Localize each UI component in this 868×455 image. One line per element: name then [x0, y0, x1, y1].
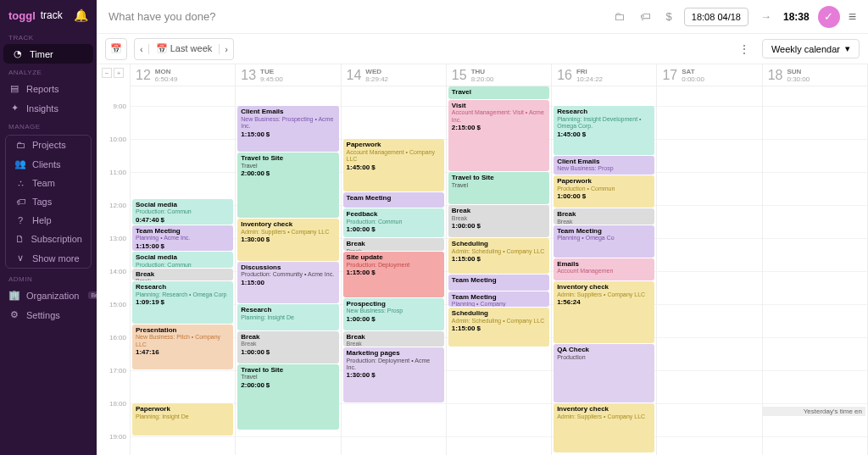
- calendar-event[interactable]: Marketing pagesProduction: Deployment • …: [343, 347, 444, 402]
- calendar-event[interactable]: Travel to SiteTravel: [448, 172, 549, 204]
- calendar-event[interactable]: Team Meeting: [343, 192, 444, 208]
- calendar-event[interactable]: ResearchPlanning: Insight De: [237, 304, 338, 330]
- nav-item-reports[interactable]: ▤Reports: [0, 79, 97, 98]
- event-title: Discussions: [241, 264, 335, 272]
- calendar-event[interactable]: BreakBreak: [132, 269, 233, 281]
- nav-item-projects[interactable]: 🗀Projects: [6, 136, 91, 154]
- section-header: ADMIN: [0, 270, 97, 286]
- calendar-event[interactable]: SchedulingAdmin: Scheduling • Company LL…: [448, 308, 549, 347]
- nav-item-tags[interactable]: 🏷Tags: [6, 192, 91, 211]
- calendar-event[interactable]: PaperworkPlanning: Insight De: [132, 403, 233, 436]
- calendar-event[interactable]: BreakBreak1:00:00 $: [448, 205, 549, 237]
- day-total: 0:00:00: [682, 75, 704, 83]
- nav-icon: 🏷: [14, 197, 26, 207]
- calendar-event[interactable]: Team MeetingPlanning • Acme Inc.1:15:00 …: [132, 225, 233, 251]
- calendar-event[interactable]: BreakBreak1:00:00 $: [237, 331, 338, 363]
- event-title: Team Meeting: [452, 276, 546, 285]
- bell-icon[interactable]: 🔔: [74, 8, 88, 22]
- nav-item-show-more[interactable]: ∨Show more: [6, 248, 91, 268]
- nav-item-timer[interactable]: ◔Timer: [3, 44, 93, 64]
- calendar-event[interactable]: Site updateProduction: Deployment1:15:00…: [343, 252, 444, 297]
- calendar-event[interactable]: Travel to SiteTravel2:00:00 $: [237, 153, 338, 218]
- calendar-event[interactable]: PaperworkProduction • Commun1:00:00 $: [554, 175, 654, 208]
- billable-icon[interactable]: $: [663, 10, 676, 23]
- calendar-event[interactable]: ResearchPlanning: Insight Development • …: [554, 106, 654, 155]
- day-header: 15THU8:20:00: [447, 64, 552, 86]
- event-project: Admin: Suppliers • Company LLC: [557, 291, 651, 298]
- nav-item-clients[interactable]: 👥Clients: [6, 154, 91, 174]
- calendar-event[interactable]: DiscussionsProduction: Community • Acme …: [237, 262, 338, 304]
- nav-item-settings[interactable]: ⚙Settings: [0, 305, 97, 325]
- hour-mark: 13:00: [109, 235, 126, 242]
- nav-icon: ⚙: [8, 309, 20, 320]
- calendar-event[interactable]: Social mediaProduction: Commun0:47:40 $: [132, 199, 233, 225]
- calendar-event[interactable]: Client EmailsNew Business: Prospecting •…: [237, 106, 338, 152]
- calendar-event[interactable]: ProspectingNew Business: Prosp1:00:00 $: [343, 298, 444, 330]
- event-title: Prospecting: [347, 300, 441, 308]
- zoom-in[interactable]: +: [114, 68, 124, 78]
- day-total: 10:24:22: [576, 75, 603, 83]
- nav-item-organization[interactable]: 🏢OrganizationBeta: [0, 286, 97, 305]
- nav-item-team[interactable]: ⛬Team: [6, 174, 91, 192]
- time-date-box[interactable]: 18:08 04/18: [684, 8, 748, 26]
- calendar-event[interactable]: VisitAccount Management: Visit • Acme In…: [448, 100, 549, 172]
- nav-icon: 🗀: [14, 140, 26, 150]
- day-headers: 12MON6:50:4913TUE9:45:0014WED8:29:4215TH…: [131, 64, 868, 86]
- calendar-event[interactable]: Travel to SiteTravel2:00:00 $: [237, 364, 338, 430]
- nav-item-help[interactable]: ?Help: [6, 211, 91, 230]
- zoom-out[interactable]: −: [102, 68, 112, 78]
- calendar-event[interactable]: Team Meeting: [448, 275, 549, 291]
- day-weekday: THU: [471, 68, 494, 75]
- folder-icon[interactable]: 🗀: [610, 10, 628, 23]
- nav-item-insights[interactable]: ✦Insights: [0, 98, 97, 118]
- calendar-icon[interactable]: 📅: [105, 38, 127, 60]
- calendar-event[interactable]: Client EmailsNew Business: Prosp: [554, 156, 654, 175]
- event-duration: 2:15:00 $: [452, 124, 546, 132]
- timer-input[interactable]: What have you done?: [108, 10, 602, 23]
- calendar-event[interactable]: SchedulingAdmin: Scheduling • Company LL…: [448, 238, 549, 274]
- more-icon[interactable]: ⋮: [733, 42, 755, 56]
- calendar-event[interactable]: Inventory checkAdmin: Suppliers • Compan…: [554, 281, 654, 343]
- tag-icon[interactable]: 🏷: [637, 10, 654, 23]
- calendar-event[interactable]: Inventory checkAdmin: Suppliers • Compan…: [554, 403, 654, 452]
- calendar-event[interactable]: BreakBreak: [343, 238, 444, 251]
- calendar-event[interactable]: BreakBreak: [554, 208, 654, 225]
- chevron-down-icon: ▾: [845, 43, 850, 54]
- past-entry-note[interactable]: Yesterday's time en: [763, 407, 865, 416]
- calendar-event[interactable]: Inventory checkAdmin: Suppliers • Compan…: [237, 219, 338, 261]
- hour-mark: 19:00: [109, 433, 126, 441]
- calendar-event[interactable]: ResearchPlanning: Research • Omega Corp1…: [132, 281, 233, 324]
- calendar-event[interactable]: Travel: [448, 86, 549, 99]
- event-project: Break: [347, 341, 441, 347]
- day-header: 18SUN0:30:00: [763, 64, 868, 86]
- hour-mark: 14:00: [109, 268, 126, 275]
- event-title: Scheduling: [452, 240, 546, 248]
- play-button[interactable]: ✓: [818, 6, 840, 28]
- calendar-event[interactable]: PresentationNew Business: Pitch • Compan…: [132, 325, 233, 370]
- calendar-event[interactable]: Team MeetingPlanning • Company: [448, 291, 549, 308]
- date-range[interactable]: 📅 Last week: [149, 43, 220, 54]
- nav-icon: ⛬: [14, 178, 26, 188]
- calendar-event[interactable]: Social mediaProduction: Commun: [132, 252, 233, 268]
- calendar-event[interactable]: BreakBreak: [343, 331, 444, 347]
- event-title: Scheduling: [452, 309, 546, 318]
- view-dropdown[interactable]: Weekly calendar ▾: [762, 39, 860, 58]
- event-project: Planning • Omega Co: [557, 235, 651, 241]
- day-header: 16FRI10:24:22: [552, 64, 657, 86]
- event-duration: 1:30:00 $: [347, 371, 441, 380]
- billable-icon: $: [161, 216, 164, 225]
- calendar-event[interactable]: Team MeetingPlanning • Omega Co: [554, 225, 654, 258]
- event-project: Planning: Insight De: [136, 413, 230, 420]
- calendar-event[interactable]: QA CheckProduction: [554, 344, 654, 402]
- prev-icon[interactable]: ‹: [135, 44, 149, 54]
- day-total: 8:20:00: [471, 75, 494, 83]
- menu-icon[interactable]: ≡: [849, 9, 856, 25]
- day-number: 17: [662, 68, 677, 83]
- calendar-event[interactable]: EmailsAccount Managemen: [554, 258, 654, 280]
- next-icon[interactable]: ›: [219, 44, 233, 54]
- calendar-event[interactable]: PaperworkAccount Management • Company LL…: [343, 139, 444, 191]
- nav-label: Help: [32, 215, 52, 225]
- event-project: Production: Commun: [136, 208, 230, 215]
- calendar-event[interactable]: FeedbackProduction: Commun1:00:00 $: [343, 208, 444, 237]
- nav-item-subscription[interactable]: 🗋Subscription: [6, 230, 91, 248]
